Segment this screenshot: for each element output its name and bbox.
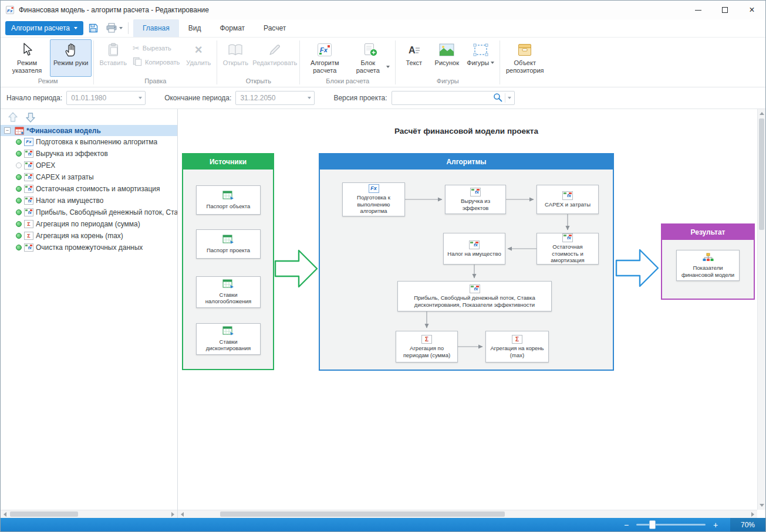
chevron-down-icon[interactable] [308, 97, 311, 99]
algorithm-node-property-tax[interactable]: fx Налог на имущество [443, 233, 505, 265]
table-fx-icon: fx [24, 173, 33, 181]
canvas-horizontal-scrollbar[interactable] [178, 510, 757, 518]
move-down-button[interactable] [25, 111, 36, 123]
tab-vid[interactable]: Вид [179, 19, 211, 37]
tree-item[interactable]: fx Остаточная стоимость и амортизация [1, 183, 177, 195]
cut-button[interactable]: ✂ Вырезать [133, 44, 180, 52]
application-menu-button[interactable]: Алгоритм расчета [5, 21, 83, 35]
calc-block-button[interactable]: Блок расчета [347, 39, 393, 77]
search-icon[interactable] [493, 93, 502, 104]
tree-horizontal-scrollbar[interactable] [1, 510, 177, 518]
ribbon-group-label: Блоки расчета [302, 77, 393, 87]
tree-item[interactable]: fx CAPEX и затраты [1, 171, 177, 183]
separator [217, 40, 217, 84]
scroll-up-icon[interactable] [760, 112, 764, 115]
paste-button[interactable]: Вставить [96, 39, 130, 77]
hand-mode-button[interactable]: Режим руки [50, 39, 92, 77]
source-node-passport-object[interactable]: Паспорт объекта [196, 185, 261, 215]
result-container[interactable]: Результат Показатели финансовой модели [661, 223, 755, 300]
scroll-left-icon[interactable] [181, 512, 184, 517]
chevron-down-icon[interactable] [139, 97, 142, 99]
ribbon-group-open: Открыть Редактировать Открыть [219, 39, 298, 87]
repository-object-button[interactable]: Объект репозитория [502, 39, 548, 77]
tab-raschet[interactable]: Расчет [254, 19, 295, 37]
zoom-out-button[interactable]: − [620, 521, 633, 529]
edit-button[interactable]: Редактировать [252, 39, 298, 77]
project-version-input[interactable] [396, 94, 491, 102]
tree-item[interactable]: Σ Агрегация по периодам (сумма) [1, 218, 177, 230]
scroll-down-icon[interactable] [760, 504, 764, 507]
chevron-down-icon[interactable] [508, 97, 511, 99]
move-up-button[interactable] [8, 111, 18, 123]
calc-algorithm-button[interactable]: Fx Алгоритм расчета [302, 39, 347, 77]
algorithm-node-revenue[interactable]: fx Выручка из эффектов [445, 185, 506, 214]
repository-object-icon [517, 42, 532, 57]
result-header: Результат [662, 225, 754, 240]
model-icon [15, 127, 24, 135]
open-button[interactable]: Открыть [219, 39, 252, 77]
canvas-vertical-scrollbar[interactable] [757, 109, 765, 510]
picture-button[interactable]: Рисунок [430, 39, 463, 77]
end-period-input[interactable] [240, 94, 305, 102]
diagram-canvas[interactable]: Расчёт финансовой модели проекта Источни… [178, 109, 765, 518]
separator [500, 40, 500, 84]
pointer-mode-button[interactable]: Режим указателя [4, 39, 50, 77]
maximize-button[interactable] [711, 1, 738, 19]
source-node-tax-rates[interactable]: Ставки налогообложения [196, 276, 261, 308]
tree-item[interactable]: fx OPEX [1, 160, 177, 171]
zoom-slider[interactable] [636, 524, 706, 526]
tree-item[interactable]: fx Прибыль, Свободный денежный поток, Ст… [1, 206, 177, 218]
zoom-slider-thumb[interactable] [649, 520, 656, 529]
algorithm-node-profit[interactable]: fx Прибыль, Свободный денежный поток, Ст… [397, 281, 552, 311]
algorithm-node-preparation[interactable]: Fx Подготовка к выполнению алгоритма [342, 182, 405, 216]
algorithm-node-aggregation-root[interactable]: Σ Агрегация на корень (max) [485, 331, 549, 362]
tab-format[interactable]: Формат [210, 19, 254, 37]
algorithm-node-aggregation-periods[interactable]: Σ Агрегация по периодам (сумма) [396, 331, 458, 362]
ribbon-group-calc-blocks: Fx Алгоритм расчета Блок расчета Блоки р… [302, 39, 393, 87]
minimize-button[interactable] [684, 1, 711, 19]
zoom-in-button[interactable]: + [709, 521, 722, 529]
algorithm-node-capex[interactable]: fx CAPEX и затраты [536, 185, 599, 214]
model-tree-panel: − *Финансовая модель Fx Подготовка к вып… [1, 109, 178, 518]
scrollbar-thumb[interactable] [10, 511, 78, 517]
ribbon-group-shapes: A Текст Рисунок Фигуры [397, 39, 498, 87]
text-button[interactable]: A Текст [397, 39, 430, 77]
delete-button[interactable]: × Удалить [182, 39, 215, 77]
start-period-field[interactable] [66, 91, 146, 105]
end-period-field[interactable] [235, 91, 315, 105]
tree-item[interactable]: Σ Агрегация на корень (max) [1, 230, 177, 242]
scroll-right-icon[interactable] [171, 512, 174, 517]
tree-root-item[interactable]: − *Финансовая модель [1, 125, 177, 136]
source-node-discount-rates[interactable]: Ставки дисконтирования [196, 323, 261, 355]
copy-button[interactable]: Копировать [133, 57, 180, 67]
scroll-right-icon[interactable] [751, 512, 754, 517]
scrollbar-thumb[interactable] [220, 511, 505, 517]
separator [128, 22, 129, 34]
save-button[interactable] [86, 21, 101, 35]
result-node-indicators[interactable]: Показатели финансовой модели [676, 250, 740, 281]
ribbon-group-label: Фигуры [397, 77, 498, 87]
start-period-input[interactable] [71, 94, 136, 102]
print-button[interactable] [103, 21, 124, 35]
sigma-icon: Σ [512, 335, 522, 344]
shapes-button[interactable]: Фигуры [463, 39, 498, 77]
scroll-left-icon[interactable] [4, 512, 6, 517]
sources-container[interactable]: Источники Паспорт объекта Паспорт проект… [182, 153, 274, 370]
close-button[interactable]: × [738, 1, 765, 19]
scrollbar-thumb[interactable] [759, 118, 764, 230]
tab-glavnaya[interactable]: Главная [133, 19, 179, 37]
pointer-cursor-icon [21, 42, 33, 57]
tree-item[interactable]: Fx Подготовка к выполнению алгоритма [1, 136, 177, 148]
tree-item[interactable]: fx Налог на имущество [1, 195, 177, 206]
text-icon: A [407, 42, 421, 57]
tree-item[interactable]: fx Очистка промежуточных данных [1, 242, 177, 253]
print-icon [106, 23, 117, 33]
tree-expander-icon[interactable]: − [4, 127, 11, 134]
fx-block-icon: Fx [24, 138, 33, 146]
source-node-passport-project[interactable]: Паспорт проекта [196, 229, 261, 259]
delete-icon: × [195, 42, 203, 57]
sigma-icon: Σ [24, 232, 33, 240]
project-version-field[interactable] [392, 91, 515, 105]
algorithm-node-residual[interactable]: fx Остаточная стоимость и амортизация [536, 233, 599, 265]
tree-item[interactable]: fx Выручка из эффектов [1, 148, 177, 160]
